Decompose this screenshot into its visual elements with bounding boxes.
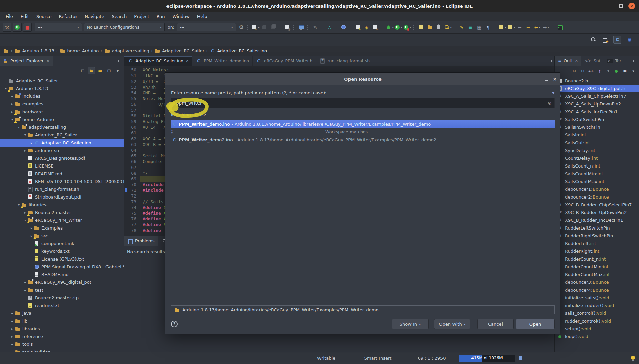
hide-fields-icon[interactable]: ƒ [596, 67, 603, 75]
tree-item[interactable]: ▸eRCaGuy_X9C_digital_pot [0, 278, 124, 286]
tree-item[interactable]: ▸Bounce2-master [0, 209, 124, 216]
run-icon[interactable]: ▾ [394, 23, 403, 32]
tree-item[interactable]: readme.txt [0, 302, 124, 309]
pin-console-icon[interactable]: ∴ [325, 23, 334, 32]
minimize-icon[interactable] [610, 6, 614, 6]
mark-occurrences-icon[interactable]: ▦ [475, 23, 484, 32]
new-wizard-icon[interactable]: ▾ [251, 23, 260, 32]
open-type-icon[interactable] [417, 23, 426, 32]
tree-item[interactable]: ▾Arduino 1.8.13 [0, 85, 124, 92]
outline-item[interactable]: Bounce2.h [555, 77, 639, 85]
new-c-file-icon[interactable] [354, 23, 362, 32]
new-class-icon[interactable]: ◈ [362, 23, 371, 32]
show-whitespace-icon[interactable]: ¶ [484, 23, 492, 32]
tree-item[interactable]: ▸Examples [0, 224, 124, 232]
outline-item[interactable]: SailsInSwitchPin [555, 123, 639, 131]
outline-item[interactable]: RudderRightSwitchPin [555, 232, 639, 240]
link-editor-icon[interactable]: ⇆ [88, 67, 95, 74]
breadcrumb-item[interactable]: home_Arduino [60, 48, 99, 54]
view-menu-icon[interactable]: ▾ [114, 67, 121, 74]
outline-item[interactable]: RudderCountMin : int [555, 263, 639, 271]
close-icon[interactable]: ✕ [575, 59, 578, 63]
outline-item[interactable]: SailsCountMax : int [555, 178, 639, 185]
editor-tab[interactable]: Adaptive_RC_Sailer.ino✕ [124, 56, 192, 66]
maximize-view-icon[interactable] [549, 60, 552, 62]
menu-window[interactable]: Window [169, 12, 193, 21]
format-icon[interactable]: ≡ [466, 23, 475, 32]
close-icon[interactable]: ✕ [186, 59, 189, 63]
outline-item[interactable]: SailsCount_n : int [555, 162, 639, 170]
focus-icon[interactable]: ⊡ [571, 67, 578, 75]
outline-item[interactable]: initialize_rudder() : void [555, 302, 639, 309]
breadcrumb-item[interactable]: Adaptive_RC_Sailer [155, 48, 204, 54]
heap-status-gauge[interactable]: 415M of 1026M [459, 355, 515, 362]
tree-expand-arrow[interactable]: ▸ [10, 350, 15, 352]
editor-tab[interactable]: eRCaGuy_PPM_Writer.h [253, 56, 316, 66]
tree-expand-arrow[interactable]: ▸ [10, 342, 15, 346]
menu-navigate[interactable]: Navigate [81, 12, 108, 21]
tree-expand-arrow[interactable]: ▾ [23, 133, 28, 137]
maximize-icon[interactable] [545, 78, 548, 81]
tree-item[interactable]: ▸Includes [0, 92, 124, 100]
tree-item[interactable]: README.md [0, 271, 124, 278]
search-icon[interactable]: ▾ [443, 23, 452, 32]
tree-item[interactable]: ▸libraries [0, 325, 124, 333]
resume-icon[interactable] [13, 23, 22, 32]
sort-icon[interactable]: A↓ [587, 67, 595, 75]
tree-expand-arrow[interactable]: ▸ [23, 149, 28, 152]
garbage-collect-icon[interactable] [518, 355, 524, 361]
outline-item[interactable]: SailsOutSwitchPin [555, 116, 639, 123]
outline-item[interactable]: RudderLeftSwitchPin [555, 224, 639, 232]
tree-item[interactable]: run_clang-format.sh [0, 185, 124, 193]
tree-item[interactable]: License (GPLv3).txt [0, 255, 124, 263]
cancel-button[interactable]: Cancel [477, 319, 514, 329]
skip-breakpoints-icon[interactable]: ✎ [311, 23, 320, 32]
tree-item[interactable]: component.mk [0, 240, 124, 247]
tree-item[interactable]: ▸lib [0, 317, 124, 325]
sync-selection-icon[interactable]: ⇉ [96, 67, 104, 74]
menu-refactor[interactable]: Refactor [55, 12, 81, 21]
outline-item[interactable]: X9C_B_Rudder_ChipSelectPin7 [555, 201, 639, 209]
tree-expand-arrow[interactable]: ▸ [10, 102, 15, 106]
tree-item[interactable]: keywords.txt [0, 247, 124, 255]
outline-item[interactable]: SailsCountMin : int [555, 170, 639, 178]
tab-project-explorer[interactable]: Project Explorer ✕ [0, 56, 53, 66]
open-resource-icon[interactable] [426, 23, 434, 32]
highlight-icon[interactable]: ✎ [457, 23, 466, 32]
filter-icon[interactable]: ✱ [621, 67, 629, 75]
matching-item[interactable]: PPM_Writer_demo.ino - Arduino 1.8.13/hom… [171, 120, 555, 128]
tree-item[interactable]: ▸hardware [0, 108, 124, 116]
outline-item[interactable]: X9C_B_Rudder_UpDownPin2 [555, 209, 639, 216]
back-history-icon[interactable]: ← [515, 23, 524, 32]
tree-item[interactable]: ▾adaptivercsailing [0, 123, 124, 131]
forward-history-icon[interactable]: → [524, 23, 533, 32]
tree-expand-arrow[interactable]: ▸ [10, 311, 15, 315]
tree-item[interactable]: ▾home_Arduino [0, 116, 124, 123]
editor-tab[interactable]: PPM_Writer_demo.ino [192, 56, 253, 66]
minimize-view-icon[interactable] [112, 60, 115, 61]
resource-filter-input[interactable]: ppm_writer ⊗ [171, 98, 555, 108]
matching-item[interactable]: PPM_Writer_demo2.ino - Arduino 1.8.13/ho… [171, 135, 555, 144]
debug-perspective-icon[interactable] [626, 36, 634, 44]
next-edit-icon[interactable]: ▾ [507, 23, 515, 32]
launch-target-combo[interactable]: ---▾ [35, 23, 82, 31]
tree-item[interactable]: ▸examples [0, 100, 124, 108]
outline-item[interactable]: X9C_A_Sails_IncDecPin1 [555, 108, 639, 116]
tree-item[interactable]: ▸tools [0, 340, 124, 348]
cpp-perspective-icon[interactable]: C [613, 36, 621, 44]
hide-static-icon[interactable]: s [604, 67, 612, 75]
new-header-icon[interactable] [371, 23, 380, 32]
outline-item[interactable]: loop() : void [555, 333, 639, 340]
save-all-icon[interactable] [269, 23, 277, 32]
tree-item[interactable]: ▾eRCaGuy_PPM_Writer [0, 216, 124, 224]
view-menu-icon[interactable]: ▾ [630, 67, 637, 75]
close-icon[interactable]: × [553, 76, 557, 82]
breadcrumb-item[interactable]: Arduino 1.8.13 [14, 48, 54, 54]
back-icon[interactable]: ←▾ [533, 23, 542, 32]
tab-snippets[interactable]: </> Sni [581, 56, 603, 66]
tree-item[interactable]: Bounce2-master.zip [0, 294, 124, 302]
maximize-view-icon[interactable] [118, 60, 121, 62]
editor-tab[interactable]: run_clang-format.sh [316, 56, 373, 66]
outline-item[interactable]: eRCaGuy_X9C_digital_pot.h [555, 85, 639, 92]
tree-item[interactable]: ▸Adaptive_RC_Sailer.ino [0, 139, 124, 147]
